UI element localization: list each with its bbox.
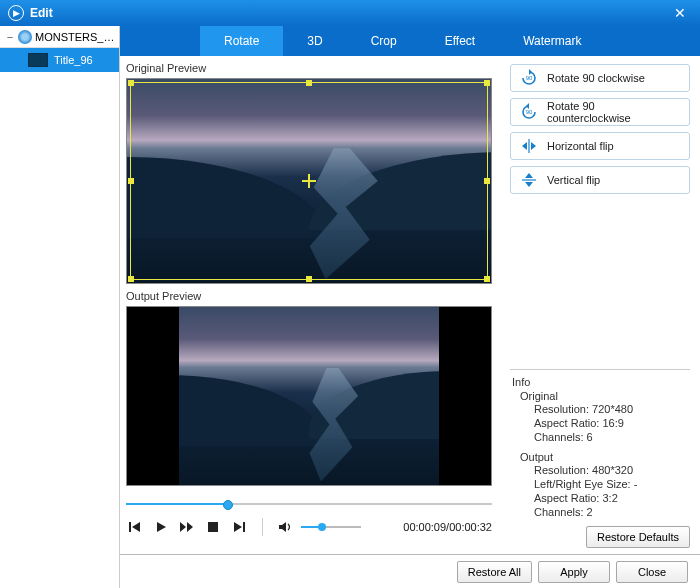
crop-handle[interactable] <box>484 80 490 86</box>
sidebar-title-item[interactable]: Title_96 <box>0 48 119 72</box>
rotate-cw-icon: 90 <box>519 68 539 88</box>
crop-handle[interactable] <box>128 276 134 282</box>
svg-rect-5 <box>208 522 218 532</box>
volume-icon[interactable] <box>277 518 295 536</box>
crop-handle[interactable] <box>128 80 134 86</box>
svg-rect-7 <box>243 522 245 532</box>
tab-3d[interactable]: 3D <box>283 26 346 56</box>
svg-marker-1 <box>132 522 140 532</box>
crop-handle[interactable] <box>306 80 312 86</box>
rotate-ccw-button[interactable]: 90 Rotate 90 counterclockwise <box>510 98 690 126</box>
play-button[interactable] <box>152 518 170 536</box>
collapse-icon[interactable]: − <box>4 31 16 43</box>
svg-marker-2 <box>157 522 166 532</box>
crop-handle[interactable] <box>484 178 490 184</box>
apply-button[interactable]: Apply <box>538 561 610 583</box>
dialog-footer: Restore All Apply Close <box>120 554 700 588</box>
svg-text:90: 90 <box>526 109 533 115</box>
crop-handle[interactable] <box>306 276 312 282</box>
info-original-header: Original <box>520 390 690 402</box>
svg-marker-4 <box>187 522 193 532</box>
close-window-button[interactable]: ✕ <box>668 3 692 23</box>
title-label: Title_96 <box>54 54 93 66</box>
flip-vertical-icon <box>519 170 539 190</box>
disc-label: MONSTERS_U... <box>35 31 115 43</box>
info-panel: Info Original Resolution: 720*480 Aspect… <box>510 363 690 548</box>
original-preview-label: Original Preview <box>126 62 500 74</box>
restore-all-button[interactable]: Restore All <box>457 561 532 583</box>
svg-marker-8 <box>279 522 286 532</box>
close-button[interactable]: Close <box>616 561 688 583</box>
tab-effect[interactable]: Effect <box>421 26 499 56</box>
svg-marker-15 <box>531 142 536 150</box>
disc-header[interactable]: − MONSTERS_U... <box>0 26 119 48</box>
next-button[interactable] <box>230 518 248 536</box>
tab-crop[interactable]: Crop <box>347 26 421 56</box>
rotate-ccw-icon: 90 <box>519 102 539 122</box>
svg-marker-17 <box>525 173 533 178</box>
original-preview[interactable] <box>126 78 492 284</box>
info-output-header: Output <box>520 451 690 463</box>
output-preview-label: Output Preview <box>126 290 500 302</box>
seek-slider[interactable] <box>126 498 492 510</box>
disc-icon <box>18 30 32 44</box>
center-cross-icon <box>302 174 316 188</box>
svg-marker-14 <box>522 142 527 150</box>
flip-horizontal-button[interactable]: Horizontal flip <box>510 132 690 160</box>
svg-marker-3 <box>180 522 186 532</box>
title-thumbnail <box>28 53 48 67</box>
svg-rect-0 <box>129 522 131 532</box>
sidebar: − MONSTERS_U... Title_96 <box>0 26 120 588</box>
crop-handle[interactable] <box>484 276 490 282</box>
tab-rotate[interactable]: Rotate <box>200 26 283 56</box>
restore-defaults-button[interactable]: Restore Defaults <box>586 526 690 548</box>
playback-controls: 00:00:09/00:00:32 <box>126 518 492 542</box>
tab-watermark[interactable]: Watermark <box>499 26 605 56</box>
prev-button[interactable] <box>126 518 144 536</box>
window-title: Edit <box>30 6 53 20</box>
volume-slider[interactable] <box>301 523 361 531</box>
stop-button[interactable] <box>204 518 222 536</box>
output-preview <box>126 306 492 486</box>
tab-bar: Rotate 3D Crop Effect Watermark <box>120 26 700 56</box>
app-logo-icon: ▶ <box>8 5 24 21</box>
time-display: 00:00:09/00:00:32 <box>403 521 492 533</box>
crop-handle[interactable] <box>128 178 134 184</box>
svg-marker-6 <box>234 522 242 532</box>
svg-text:90: 90 <box>526 75 533 81</box>
fast-forward-button[interactable] <box>178 518 196 536</box>
title-bar: ▶ Edit ✕ <box>0 0 700 26</box>
info-header: Info <box>512 376 690 388</box>
flip-vertical-button[interactable]: Vertical flip <box>510 166 690 194</box>
rotate-cw-button[interactable]: 90 Rotate 90 clockwise <box>510 64 690 92</box>
flip-horizontal-icon <box>519 136 539 156</box>
svg-marker-18 <box>525 182 533 187</box>
